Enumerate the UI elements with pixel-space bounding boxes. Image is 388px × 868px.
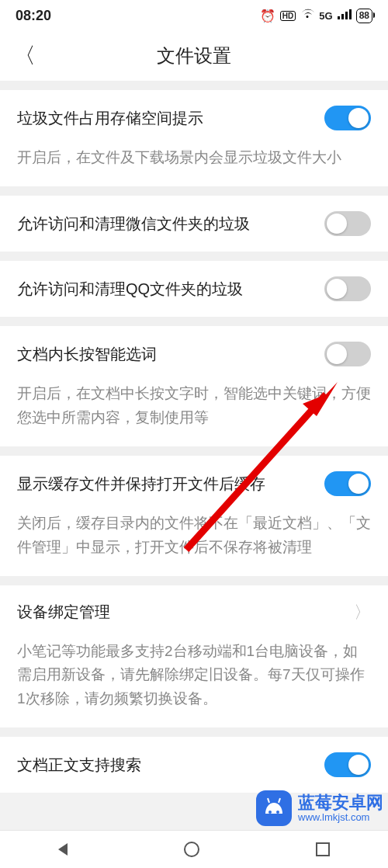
divider [0, 186, 388, 196]
svg-point-6 [268, 811, 272, 814]
alarm-icon: ⏰ [260, 9, 275, 23]
setting-cache-files: 显示缓存文件并保持打开文件后缓存 [0, 456, 388, 512]
status-icons: ⏰ HD 5G 88 [260, 9, 372, 23]
svg-rect-1 [341, 14, 344, 19]
divider [0, 81, 388, 90]
setting-label: 允许访问和清理微信文件夹的垃圾 [17, 214, 250, 234]
divider [0, 576, 388, 585]
hd-icon: HD [280, 11, 296, 21]
setting-label: 文档正文支持搜索 [17, 755, 141, 776]
setting-label: 垃圾文件占用存储空间提示 [17, 108, 203, 129]
setting-desc: 开启后，在文件及下载场景内会显示垃圾文件大小 [0, 146, 388, 186]
setting-desc: 关闭后，缓存目录内的文件将不在「最近文档」、「文件管理」中显示，打开文件后不保存… [0, 512, 388, 576]
android-nav-bar [0, 830, 388, 868]
setting-junk-storage-hint: 垃圾文件占用存储空间提示 [0, 90, 388, 146]
watermark: 蓝莓安卓网 www.lmkjst.com [256, 790, 383, 826]
setting-clean-qq: 允许访问和清理QQ文件夹的垃圾 [0, 261, 388, 317]
signal-icon [338, 9, 352, 23]
setting-desc: 开启后，在文档中长按文字时，智能选中关键词，方便您选中所需内容，复制使用等 [0, 382, 388, 446]
chevron-right-icon: 〉 [354, 601, 371, 624]
toggle-cache-files[interactable] [324, 471, 371, 496]
battery-icon: 88 [356, 9, 372, 23]
toggle-clean-wechat[interactable] [324, 211, 371, 236]
toggle-clean-qq[interactable] [324, 276, 371, 301]
divider [0, 317, 388, 326]
toggle-smart-select[interactable] [324, 342, 371, 366]
setting-label: 设备绑定管理 [17, 602, 110, 623]
setting-smart-select: 文档内长按智能选词 [0, 326, 388, 382]
svg-rect-0 [338, 16, 340, 19]
nav-back-icon[interactable] [58, 843, 68, 856]
setting-desc: 小笔记等功能最多支持2台移动端和1台电脑设备，如需启用新设备，请先解除绑定旧设备… [0, 640, 388, 727]
svg-rect-8 [267, 798, 270, 803]
watermark-text: 蓝莓安卓网 www.lmkjst.com [298, 793, 383, 823]
svg-rect-3 [349, 9, 352, 19]
nav-home-icon[interactable] [184, 842, 199, 857]
page-title: 文件设置 [157, 43, 231, 68]
setting-clean-wechat: 允许访问和清理微信文件夹的垃圾 [0, 196, 388, 252]
back-button[interactable]: 〈 [14, 41, 36, 71]
wifi-icon [300, 9, 314, 23]
watermark-logo-icon [256, 790, 292, 826]
divider [0, 446, 388, 456]
divider [0, 727, 388, 737]
setting-doc-search: 文档正文支持搜索 [0, 737, 388, 793]
toggle-doc-search[interactable] [324, 752, 371, 777]
setting-label: 文档内长按智能选词 [17, 344, 157, 365]
title-bar: 〈 文件设置 [0, 31, 388, 81]
setting-device-binding[interactable]: 设备绑定管理 〉 [0, 585, 388, 640]
divider [0, 252, 388, 261]
status-bar: 08:20 ⏰ HD 5G 88 [0, 0, 388, 31]
status-time: 08:20 [16, 8, 51, 24]
toggle-junk-storage-hint[interactable] [324, 106, 371, 130]
setting-label: 允许访问和清理QQ文件夹的垃圾 [17, 279, 243, 300]
setting-label: 显示缓存文件并保持打开文件后缓存 [17, 474, 265, 495]
svg-rect-2 [345, 12, 348, 19]
svg-rect-9 [278, 798, 281, 803]
svg-point-7 [276, 811, 279, 814]
network-label: 5G [319, 10, 332, 22]
nav-recent-icon[interactable] [316, 842, 330, 856]
